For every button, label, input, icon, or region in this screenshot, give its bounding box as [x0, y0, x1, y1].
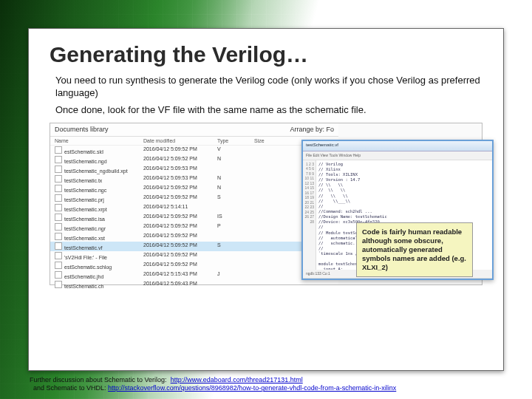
file-icon — [55, 242, 62, 250]
file-row[interactable]: testSchematic.ch2016/04/12 5:09:43 PM — [50, 280, 338, 290]
arrange-label: Arrange by: Fo — [290, 126, 334, 134]
slide-title: Generating the Verilog… — [50, 42, 482, 67]
file-row[interactable]: testSchematic.xst2016/04/12 5:09:52 PM — [50, 232, 338, 242]
col-size: Size — [254, 138, 284, 143]
col-type: Type — [217, 138, 254, 143]
file-row[interactable]: testSchematic.ngr2016/04/12 5:09:52 PMP — [50, 222, 338, 232]
file-row[interactable]: testSchematic.xrpt2016/04/12 5:14:11 — [50, 203, 338, 213]
slide-content: Generating the Verilog… You need to run … — [28, 28, 504, 371]
file-icon — [55, 271, 62, 279]
editor-titlebar: testSchematic.vf — [303, 141, 492, 151]
line-numbers: 1 2 3 4 5 6 7 8 9 10 11 12 13 14 15 16 1… — [303, 160, 316, 270]
editor-toolbar: File Edit View Tools Window Help — [303, 151, 492, 160]
file-icon — [55, 146, 62, 154]
file-row[interactable]: testSchematic.isa2016/04/12 5:09:52 PMIS — [50, 213, 338, 222]
file-icon — [55, 214, 62, 221]
file-icon — [55, 281, 62, 288]
file-row[interactable]: testSchematic.prj2016/04/12 5:09:52 PMS — [50, 194, 338, 203]
file-icon — [55, 166, 62, 173]
file-row[interactable]: 'sV2Hdl File:' - File2016/04/12 5:09:52 … — [50, 251, 338, 261]
file-row[interactable]: estSchematic.sld2016/04/12 5:09:52 PMV — [50, 146, 338, 155]
explorer-header: Documents library Arrange by: Fo — [50, 123, 338, 137]
file-row[interactable]: testSchematic.ngc2016/04/12 5:09:52 PMN — [50, 184, 338, 194]
file-row[interactable]: estSchematic.schlog2016/04/12 5:09:52 PM — [50, 261, 338, 270]
footer-label-2: and Schematic to VHDL: — [33, 384, 106, 392]
col-name: Name — [55, 138, 143, 143]
file-list: estSchematic.sld2016/04/12 5:09:52 PMVte… — [50, 146, 338, 290]
file-icon — [55, 252, 62, 259]
file-icon — [55, 233, 62, 240]
file-icon — [55, 175, 62, 183]
library-label: Documents library — [55, 126, 109, 134]
file-columns: Name Date modified Type Size — [50, 137, 338, 146]
paragraph-2: Once done, look for the VF file with the… — [55, 104, 482, 117]
file-row[interactable]: testSchematic.tx2016/04/12 5:09:53 PMN — [50, 174, 338, 184]
footer-link-2[interactable]: http://stackoverflow.com/questions/89689… — [108, 384, 396, 392]
file-explorer: Documents library Arrange by: Fo Name Da… — [50, 123, 338, 284]
footer-link-1[interactable]: http://www.edaboard.com/thread217131.htm… — [171, 376, 303, 383]
file-icon — [55, 156, 62, 163]
paragraph-1: You need to run synthesis to generate th… — [55, 75, 482, 100]
file-row[interactable]: testSchematic_ngdbuild.xpt2016/04/12 5:0… — [50, 165, 338, 174]
footer: Further discussion about Schematic to Ve… — [30, 376, 502, 393]
file-icon — [55, 262, 62, 269]
file-row[interactable]: testSchematic.ngd2016/04/12 5:09:52 PMN — [50, 155, 338, 165]
file-icon — [55, 204, 62, 211]
file-icon — [55, 185, 62, 192]
file-row[interactable]: estSchematic.jhd2016/04/12 5:15:43 PMJ — [50, 270, 338, 280]
file-row[interactable]: testSchematic.vf2016/04/12 5:09:52 PMS — [50, 242, 338, 251]
col-date: Date modified — [143, 138, 217, 143]
file-icon — [55, 223, 62, 231]
embedded-screenshot: Documents library Arrange by: Fo Name Da… — [50, 123, 482, 285]
annotation-callout: Code is fairly human readable although s… — [356, 222, 473, 276]
footer-label-1: Further discussion about Schematic to Ve… — [30, 376, 167, 383]
file-icon — [55, 194, 62, 202]
